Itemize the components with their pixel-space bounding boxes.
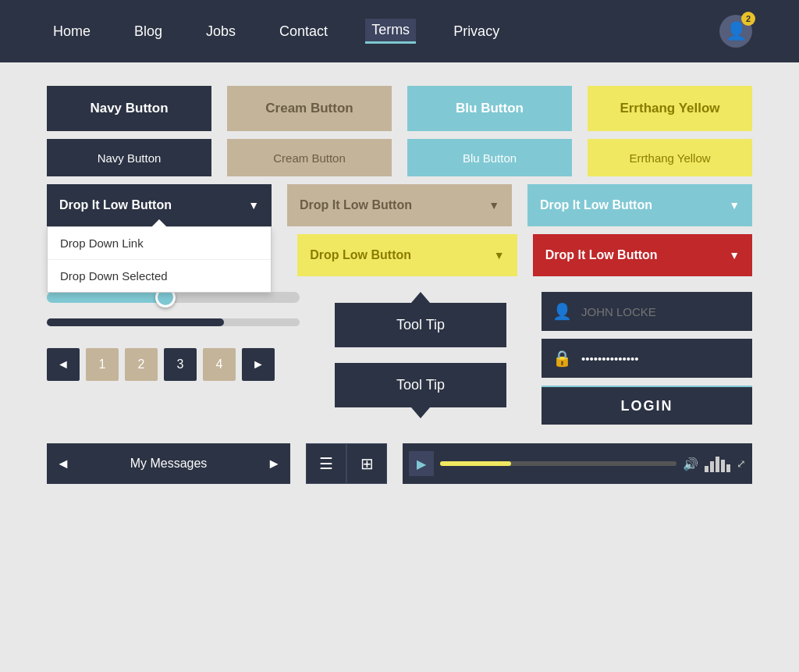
login-button[interactable]: LOGIN bbox=[542, 386, 752, 425]
button-row-1: Navy Button Cream Button Blu Button Errt… bbox=[47, 86, 752, 131]
tooltip-col: Tool Tip Tool Tip bbox=[315, 292, 526, 418]
dropdown-selected-1[interactable]: Drop Down Selected bbox=[48, 260, 271, 292]
media-play-button[interactable]: ▶ bbox=[409, 451, 434, 476]
password-field[interactable]: 🔒 bbox=[542, 339, 752, 378]
nav-badge: 2 bbox=[741, 12, 755, 26]
login-col: 👤 🔒 LOGIN bbox=[542, 292, 752, 425]
dropdown-navy-arrow: ▼ bbox=[248, 199, 259, 212]
tooltip-2-wrap: Tool Tip bbox=[335, 363, 506, 418]
dropdown-cream-button[interactable]: Drop It Low Button ▼ bbox=[287, 184, 512, 226]
nav-privacy[interactable]: Privacy bbox=[447, 20, 506, 43]
messages-bar: ◄ My Messages ► bbox=[47, 443, 290, 484]
dropdown-row-1: Drop It Low Button ▼ Drop Down Link Drop… bbox=[47, 184, 752, 226]
page-1[interactable]: 1 bbox=[86, 348, 119, 381]
dropdown-navy: Drop It Low Button ▼ Drop Down Link Drop… bbox=[47, 184, 272, 226]
lock-icon: 🔒 bbox=[552, 349, 572, 368]
username-input[interactable] bbox=[581, 305, 741, 318]
media-bar: ▶ 🔊 ⤢ bbox=[403, 443, 752, 484]
slider-2-fill bbox=[47, 318, 224, 326]
slider-2-container bbox=[47, 318, 300, 326]
dropdown-red-arrow: ▼ bbox=[729, 249, 740, 261]
pagination-prev[interactable]: ◄ bbox=[47, 348, 80, 381]
dropdown-red: Drop It Low Button ▼ bbox=[533, 234, 752, 276]
cream-button-1[interactable]: Cream Button bbox=[227, 86, 392, 131]
eq-bar-4 bbox=[721, 460, 725, 472]
navy-button-1[interactable]: Navy Button bbox=[47, 86, 211, 131]
slider-1-container bbox=[47, 292, 300, 303]
equalizer-bars bbox=[705, 455, 730, 472]
dropdown-red-label: Drop It Low Button bbox=[545, 248, 658, 262]
tooltip-2-arrow-down bbox=[411, 407, 430, 418]
button-row-2: Navy Button Cream Button Blu Button Errt… bbox=[47, 139, 752, 176]
dropdown-blu-arrow: ▼ bbox=[729, 199, 740, 212]
grid-view-button[interactable]: ⊞ bbox=[346, 443, 387, 484]
pagination-next[interactable]: ► bbox=[242, 348, 275, 381]
navbar: Home Blog Jobs Contact Terms Privacy 👤 2 bbox=[0, 0, 799, 62]
dropdown-link-1[interactable]: Drop Down Link bbox=[48, 227, 271, 260]
user-icon: 👤 bbox=[552, 302, 572, 321]
dropdown-yellow-arrow: ▼ bbox=[494, 249, 505, 261]
tooltip-1[interactable]: Tool Tip bbox=[335, 303, 506, 347]
slider-2-track[interactable] bbox=[47, 318, 300, 326]
nav-terms[interactable]: Terms bbox=[365, 19, 416, 44]
dropdown-yellow-button[interactable]: Drop Low Button ▼ bbox=[297, 234, 517, 276]
main-content: Navy Button Cream Button Blu Button Errt… bbox=[0, 62, 799, 507]
nav-home[interactable]: Home bbox=[47, 20, 97, 43]
dropdown-menu-navy: Drop Down Link Drop Down Selected bbox=[47, 226, 272, 293]
section-3: ◄ 1 2 3 4 ► Tool Tip Tool Tip bbox=[47, 292, 752, 425]
blu-button-2[interactable]: Blu Button bbox=[407, 139, 572, 176]
eq-bar-3 bbox=[716, 457, 719, 472]
dropdown-cream: Drop It Low Button ▼ bbox=[287, 184, 512, 226]
blu-button-1[interactable]: Blu Button bbox=[407, 86, 572, 131]
messages-next[interactable]: ► bbox=[267, 456, 281, 472]
bottom-row: ◄ My Messages ► ☰ ⊞ ▶ 🔊 ⤢ bbox=[47, 443, 752, 484]
dropdown-row-2: Drop Low Button ▼ Drop It Low Button ▼ bbox=[297, 234, 752, 276]
tooltip-1-arrow-up bbox=[411, 292, 430, 303]
slider-1-fill bbox=[47, 292, 161, 303]
dropdown-red-button[interactable]: Drop It Low Button ▼ bbox=[533, 234, 752, 276]
page-4[interactable]: 4 bbox=[203, 348, 236, 381]
volume-icon[interactable]: 🔊 bbox=[683, 457, 698, 471]
dropdown-cream-label: Drop It Low Button bbox=[300, 198, 412, 212]
eq-bar-2 bbox=[710, 461, 714, 472]
nav-contact[interactable]: Contact bbox=[273, 20, 334, 43]
eq-bar-1 bbox=[705, 466, 708, 472]
username-field[interactable]: 👤 bbox=[542, 292, 752, 331]
cream-button-2[interactable]: Cream Button bbox=[227, 139, 392, 176]
list-view-button[interactable]: ☰ bbox=[306, 443, 346, 484]
yellow-button-2[interactable]: Errthang Yellow bbox=[588, 139, 752, 176]
eq-bar-5 bbox=[726, 464, 730, 472]
dropdown-navy-label: Drop It Low Button bbox=[59, 198, 172, 212]
dropdown-cream-arrow: ▼ bbox=[488, 199, 499, 212]
page-2[interactable]: 2 bbox=[125, 348, 158, 381]
sliders-col: ◄ 1 2 3 4 ► bbox=[47, 292, 300, 381]
nav-jobs[interactable]: Jobs bbox=[200, 20, 242, 43]
dropdown-blu-button[interactable]: Drop It Low Button ▼ bbox=[527, 184, 752, 226]
icon-bar: ☰ ⊞ bbox=[306, 443, 387, 484]
dropdown-yellow-label: Drop Low Button bbox=[310, 248, 411, 262]
tooltip-2[interactable]: Tool Tip bbox=[335, 363, 506, 407]
messages-label: My Messages bbox=[130, 457, 208, 471]
expand-icon[interactable]: ⤢ bbox=[737, 457, 746, 470]
yellow-button-1[interactable]: Errthang Yellow bbox=[588, 86, 752, 131]
nav-avatar[interactable]: 👤 2 bbox=[719, 15, 752, 48]
page-3[interactable]: 3 bbox=[164, 348, 197, 381]
dropdown-blu-label: Drop It Low Button bbox=[540, 198, 652, 212]
media-progress-track[interactable] bbox=[440, 461, 676, 466]
dropdown-blu: Drop It Low Button ▼ bbox=[527, 184, 752, 226]
tooltip-1-wrap: Tool Tip bbox=[335, 292, 506, 347]
dropdown-yellow: Drop Low Button ▼ bbox=[297, 234, 517, 276]
media-progress-fill bbox=[440, 461, 511, 466]
password-input[interactable] bbox=[581, 352, 741, 365]
slider-1-track[interactable] bbox=[47, 292, 300, 303]
nav-blog[interactable]: Blog bbox=[128, 20, 169, 43]
messages-prev[interactable]: ◄ bbox=[56, 456, 70, 472]
pagination: ◄ 1 2 3 4 ► bbox=[47, 348, 300, 381]
navy-button-2[interactable]: Navy Button bbox=[47, 139, 211, 176]
